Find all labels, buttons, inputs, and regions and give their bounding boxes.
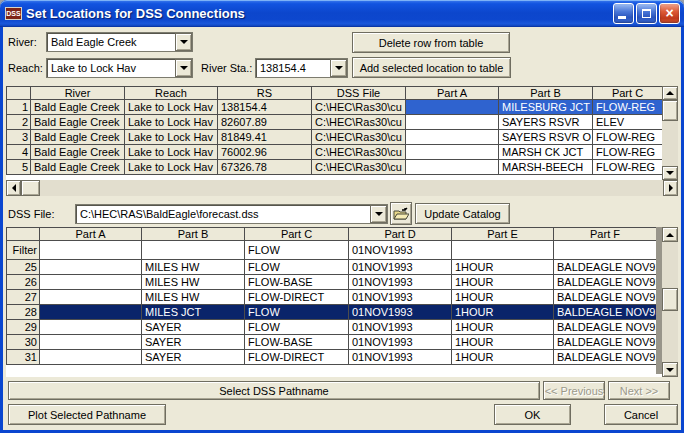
cell-part-f[interactable]: BALDEAGLE NOV93 bbox=[554, 320, 657, 335]
cell-part-c[interactable]: FLOW-BASE bbox=[245, 275, 349, 290]
cell-river[interactable]: Bald Eagle Creek bbox=[31, 115, 125, 130]
cell-part-d[interactable]: 01NOV1993 bbox=[349, 335, 452, 350]
river-select-arrow-button[interactable] bbox=[175, 33, 192, 51]
filter-part-e[interactable] bbox=[452, 241, 554, 260]
cell-dss-file[interactable]: C:\HEC\Ras30\cu bbox=[312, 115, 406, 130]
cell-part-e[interactable]: 1HOUR bbox=[452, 275, 554, 290]
vscroll-thumb[interactable] bbox=[662, 288, 678, 311]
cell-dss-file[interactable]: C:\HEC\Ras30\cu bbox=[312, 160, 406, 175]
cell-part-c[interactable]: FLOW bbox=[245, 260, 349, 275]
cell-rs[interactable]: 67326.78 bbox=[218, 160, 312, 175]
cell-part-c[interactable]: FLOW-REG bbox=[593, 100, 663, 115]
cell-rs[interactable]: 76002.96 bbox=[218, 145, 312, 160]
close-button[interactable]: × bbox=[659, 3, 680, 24]
cell-part-a[interactable] bbox=[40, 320, 142, 335]
cell-part-a[interactable] bbox=[406, 115, 499, 130]
cell-part-c[interactable]: FLOW-BASE bbox=[245, 335, 349, 350]
vscroll-thumb[interactable] bbox=[662, 100, 678, 121]
add-location-button[interactable]: Add selected location to table bbox=[352, 57, 511, 78]
cell-part-b[interactable]: MARSH-BEECH bbox=[499, 160, 593, 175]
cell-part-a[interactable] bbox=[406, 145, 499, 160]
cell-part-b[interactable]: SAYER bbox=[142, 350, 245, 365]
filter-part-a[interactable] bbox=[40, 241, 142, 260]
cancel-button[interactable]: Cancel bbox=[604, 404, 678, 425]
cell-part-c[interactable]: FLOW-DIRECT bbox=[245, 290, 349, 305]
ok-button[interactable]: OK bbox=[494, 404, 571, 425]
cell-part-d[interactable]: 01NOV1993 bbox=[349, 305, 452, 320]
cell-dss-file[interactable]: C:\HEC\Ras30\cu bbox=[312, 100, 406, 115]
cell-reach[interactable]: Lake to Lock Hav bbox=[125, 115, 218, 130]
dss-file-select[interactable]: C:\HEC\RAS\BaldEagle\forecast.dss bbox=[75, 204, 388, 224]
locations-hscrollbar[interactable] bbox=[6, 180, 678, 196]
cell-rownum[interactable]: 3 bbox=[7, 130, 31, 145]
cell-rownum[interactable]: 5 bbox=[7, 160, 31, 175]
cell-part-f[interactable]: BALDEAGLE NOV93 bbox=[554, 350, 657, 365]
cell-part-a[interactable] bbox=[40, 260, 142, 275]
minimize-button[interactable] bbox=[613, 3, 634, 24]
scroll-up-button[interactable] bbox=[662, 227, 678, 242]
cell-part-e[interactable]: 1HOUR bbox=[452, 290, 554, 305]
cell-part-c[interactable]: FLOW-REG bbox=[593, 145, 663, 160]
cell-part-f[interactable]: BALDEAGLE NOV93 bbox=[554, 290, 657, 305]
cell-part-f[interactable]: BALDEAGLE NOV93 bbox=[554, 260, 657, 275]
river-sta-select[interactable]: 138154.4 bbox=[255, 58, 348, 78]
cell-rownum[interactable]: 28 bbox=[7, 305, 40, 320]
cell-part-d[interactable]: 01NOV1993 bbox=[349, 320, 452, 335]
cell-rownum[interactable]: 1 bbox=[7, 100, 31, 115]
cell-part-a[interactable] bbox=[40, 305, 142, 320]
cell-part-b[interactable]: SAYER bbox=[142, 320, 245, 335]
cell-part-e[interactable]: 1HOUR bbox=[452, 320, 554, 335]
scroll-down-button[interactable] bbox=[662, 362, 678, 377]
cell-part-b[interactable]: MARSH CK JCT bbox=[499, 145, 593, 160]
scroll-up-button[interactable] bbox=[662, 86, 678, 100]
cell-part-e[interactable]: 1HOUR bbox=[452, 350, 554, 365]
cell-rownum[interactable]: 25 bbox=[7, 260, 40, 275]
cell-reach[interactable]: Lake to Lock Hav bbox=[125, 100, 218, 115]
scroll-right-button[interactable] bbox=[663, 180, 678, 196]
cell-river[interactable]: Bald Eagle Creek bbox=[31, 145, 125, 160]
maximize-button[interactable] bbox=[636, 3, 657, 24]
cell-part-e[interactable]: 1HOUR bbox=[452, 260, 554, 275]
cell-part-a[interactable] bbox=[406, 130, 499, 145]
reach-select-arrow-button[interactable] bbox=[175, 59, 192, 77]
plot-selected-pathname-button[interactable]: Plot Selected Pathname bbox=[8, 404, 166, 425]
cell-rs[interactable]: 138154.4 bbox=[218, 100, 312, 115]
select-dss-pathname-button[interactable]: Select DSS Pathname bbox=[8, 381, 540, 400]
filter-part-f[interactable] bbox=[554, 241, 657, 260]
cell-part-c[interactable]: FLOW bbox=[245, 305, 349, 320]
filter-part-c[interactable]: FLOW bbox=[245, 241, 349, 260]
cell-part-c[interactable]: FLOW-REG bbox=[593, 130, 663, 145]
cell-rownum[interactable]: 4 bbox=[7, 145, 31, 160]
cell-part-f[interactable]: BALDEAGLE NOV93 bbox=[554, 335, 657, 350]
cell-reach[interactable]: Lake to Lock Hav bbox=[125, 145, 218, 160]
river-select[interactable]: Bald Eagle Creek bbox=[46, 32, 193, 52]
cell-part-b[interactable]: SAYERS RSVR bbox=[499, 115, 593, 130]
cell-part-e[interactable]: 1HOUR bbox=[452, 305, 554, 320]
cell-rownum[interactable]: 2 bbox=[7, 115, 31, 130]
cell-part-b[interactable]: MILES HW bbox=[142, 275, 245, 290]
river-sta-select-arrow-button[interactable] bbox=[330, 59, 347, 77]
cell-part-c[interactable]: FLOW bbox=[245, 320, 349, 335]
cell-reach[interactable]: Lake to Lock Hav bbox=[125, 160, 218, 175]
cell-part-e[interactable]: 1HOUR bbox=[452, 335, 554, 350]
cell-river[interactable]: Bald Eagle Creek bbox=[31, 130, 125, 145]
cell-reach[interactable]: Lake to Lock Hav bbox=[125, 130, 218, 145]
scroll-left-button[interactable] bbox=[6, 180, 21, 196]
cell-part-a[interactable] bbox=[40, 335, 142, 350]
cell-rownum[interactable]: 31 bbox=[7, 350, 40, 365]
cell-part-f[interactable]: BALDEAGLE NOV93 bbox=[554, 275, 657, 290]
cell-rownum[interactable]: 29 bbox=[7, 320, 40, 335]
update-catalog-button[interactable]: Update Catalog bbox=[415, 203, 510, 224]
cell-part-c[interactable]: FLOW-REG bbox=[593, 160, 663, 175]
cell-part-b[interactable]: SAYERS RSVR O bbox=[499, 130, 593, 145]
cell-part-a[interactable] bbox=[406, 160, 499, 175]
cell-part-d[interactable]: 01NOV1993 bbox=[349, 350, 452, 365]
delete-row-button[interactable]: Delete row from table bbox=[352, 32, 510, 53]
cell-part-d[interactable]: 01NOV1993 bbox=[349, 290, 452, 305]
cell-rownum[interactable]: 27 bbox=[7, 290, 40, 305]
cell-part-b[interactable]: SAYER bbox=[142, 335, 245, 350]
cell-part-d[interactable]: 01NOV1993 bbox=[349, 260, 452, 275]
cell-part-b[interactable]: MILES HW bbox=[142, 260, 245, 275]
cell-dss-file[interactable]: C:\HEC\Ras30\cu bbox=[312, 145, 406, 160]
cell-river[interactable]: Bald Eagle Creek bbox=[31, 160, 125, 175]
